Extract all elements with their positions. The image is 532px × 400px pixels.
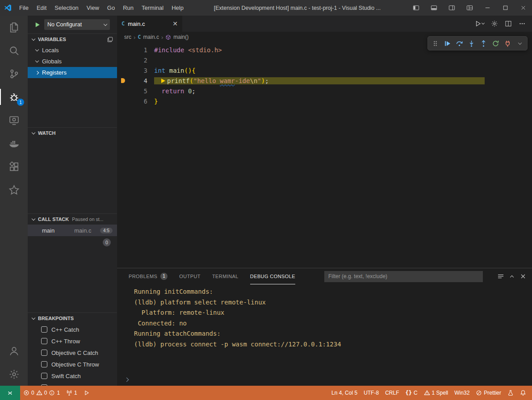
customize-layout-icon[interactable]	[461, 0, 478, 16]
docker-icon[interactable]	[0, 132, 28, 155]
account-icon[interactable]	[0, 339, 28, 362]
code-text[interactable]: printf("hello wamr-ide\n");	[154, 77, 485, 84]
console-input[interactable]	[117, 373, 532, 386]
tab-output[interactable]: OUTPUT	[179, 268, 201, 284]
split-editor-icon[interactable]	[505, 20, 512, 27]
continue-icon[interactable]	[441, 37, 453, 50]
encoding-indicator[interactable]: UTF-8	[360, 386, 382, 400]
call-stack-header[interactable]: CALL STACK Paused on st...	[28, 213, 117, 225]
breakpoint-item[interactable]: Swift Throw	[28, 382, 117, 386]
tab-close-icon[interactable]: ✕	[172, 21, 178, 27]
cursor-position[interactable]: Ln 4, Col 5	[328, 386, 360, 400]
step-into-icon[interactable]	[465, 37, 478, 50]
platform-indicator[interactable]: Win32	[451, 386, 473, 400]
code-line[interactable]: 6}	[117, 96, 532, 106]
menu-terminal[interactable]: Terminal	[138, 0, 168, 16]
variables-item-registers[interactable]: Registers	[28, 67, 117, 78]
settings-gear-icon[interactable]	[0, 362, 28, 386]
minimize-button[interactable]	[478, 0, 496, 16]
chevron-down-icon[interactable]	[514, 37, 526, 50]
code-line[interactable]: 5 return 0;	[117, 86, 532, 96]
run-debug-icon[interactable]: 1	[0, 85, 28, 108]
menu-selection[interactable]: Selection	[50, 0, 82, 16]
menu-go[interactable]: Go	[103, 0, 119, 16]
problems-status[interactable]: 0 0 1	[20, 386, 63, 400]
menu-run[interactable]: Run	[119, 0, 138, 16]
language-mode[interactable]: {}C	[402, 386, 420, 400]
code-line[interactable]: 2	[117, 55, 532, 65]
source-control-icon[interactable]	[0, 62, 28, 85]
breadcrumb-file[interactable]: main.c	[143, 34, 159, 40]
code-text[interactable]: #include <stdio.h>	[154, 46, 222, 54]
breakpoint-checkbox[interactable]	[41, 361, 47, 367]
breakpoint-item[interactable]: C++ Throw	[28, 335, 117, 347]
disconnect-icon[interactable]	[502, 37, 514, 50]
formatter-indicator[interactable]: Prettier	[473, 386, 504, 400]
watch-header[interactable]: WATCH	[28, 127, 117, 138]
star-icon[interactable]	[0, 178, 28, 201]
code-text[interactable]: int main(){	[154, 67, 196, 74]
variables-item-globals[interactable]: Globals	[28, 56, 117, 67]
notifications-bell-icon[interactable]	[517, 386, 529, 400]
breakpoint-item[interactable]: Objective C Catch	[28, 347, 117, 358]
tab-main-c[interactable]: C main.c ✕	[117, 16, 182, 32]
step-over-icon[interactable]	[453, 37, 465, 50]
step-out-icon[interactable]	[478, 37, 490, 50]
line-number[interactable]: 5	[129, 88, 147, 95]
code-lines[interactable]: 1#include <stdio.h>23int main(){4printf(…	[117, 42, 532, 268]
code-text[interactable]: }	[154, 98, 158, 105]
tab-debug-console[interactable]: DEBUG CONSOLE	[250, 268, 295, 284]
maximize-panel-icon[interactable]	[511, 272, 513, 280]
breakpoints-header[interactable]: BREAKPOINTS	[28, 312, 117, 324]
menu-view[interactable]: View	[83, 0, 103, 16]
toggle-sidebar-icon[interactable]	[407, 0, 425, 16]
variables-header[interactable]: VARIABLES	[28, 33, 117, 45]
clear-console-icon[interactable]	[497, 273, 504, 280]
restart-icon[interactable]	[490, 37, 502, 50]
debug-session-icon[interactable]	[80, 386, 93, 400]
beaker-icon[interactable]	[504, 386, 517, 400]
debug-config-dropdown[interactable]: No Configurat	[44, 19, 110, 30]
explorer-icon[interactable]	[0, 16, 28, 39]
breakpoint-item[interactable]: Objective C Throw	[28, 358, 117, 370]
session-row[interactable]: 0	[28, 236, 117, 249]
menu-file[interactable]: File	[15, 0, 33, 16]
menu-edit[interactable]: Edit	[33, 0, 50, 16]
tab-terminal[interactable]: TERMINAL	[212, 268, 239, 284]
toggle-secondary-sidebar-icon[interactable]	[443, 0, 461, 16]
line-number[interactable]: 6	[129, 98, 147, 105]
code-line[interactable]: 3int main(){	[117, 65, 532, 75]
breadcrumb-src[interactable]: src	[124, 34, 131, 40]
variables-item-locals[interactable]: Locals	[28, 45, 117, 56]
run-file-button[interactable]	[474, 20, 484, 27]
eol-indicator[interactable]: CRLF	[382, 386, 402, 400]
close-panel-icon[interactable]	[519, 273, 527, 280]
tab-problems[interactable]: PROBLEMS 1	[129, 268, 168, 284]
grip-icon[interactable]	[429, 37, 441, 50]
breakpoint-item[interactable]: Swift Catch	[28, 370, 117, 382]
close-button[interactable]	[514, 0, 532, 16]
breakpoint-checkbox[interactable]	[41, 373, 47, 379]
stack-frame-row[interactable]: main main.c 4:5	[28, 225, 117, 236]
toggle-panel-icon[interactable]	[425, 0, 443, 16]
breakpoint-checkbox[interactable]	[41, 338, 47, 344]
breakpoint-checkbox[interactable]	[41, 326, 47, 333]
maximize-button[interactable]	[496, 0, 514, 16]
gear-icon[interactable]	[491, 20, 498, 27]
breakpoint-checkbox[interactable]	[41, 350, 47, 356]
breakpoint-item[interactable]: C++ Catch	[28, 324, 117, 335]
code-text[interactable]: return 0;	[154, 88, 196, 95]
line-number[interactable]: 1	[129, 46, 147, 54]
line-number[interactable]: 4	[129, 77, 147, 84]
extensions-icon[interactable]	[0, 155, 28, 178]
line-number[interactable]: 3	[129, 67, 147, 74]
console-filter-input[interactable]	[324, 271, 483, 282]
collapse-all-icon[interactable]	[107, 36, 113, 43]
search-icon[interactable]	[0, 39, 28, 62]
gutter-glyph-margin[interactable]	[117, 78, 129, 83]
ports-indicator[interactable]: 1	[63, 386, 80, 400]
menu-help[interactable]: Help	[168, 0, 188, 16]
remote-explorer-icon[interactable]	[0, 108, 28, 132]
remote-indicator[interactable]	[0, 386, 20, 400]
line-number[interactable]: 2	[129, 57, 147, 64]
